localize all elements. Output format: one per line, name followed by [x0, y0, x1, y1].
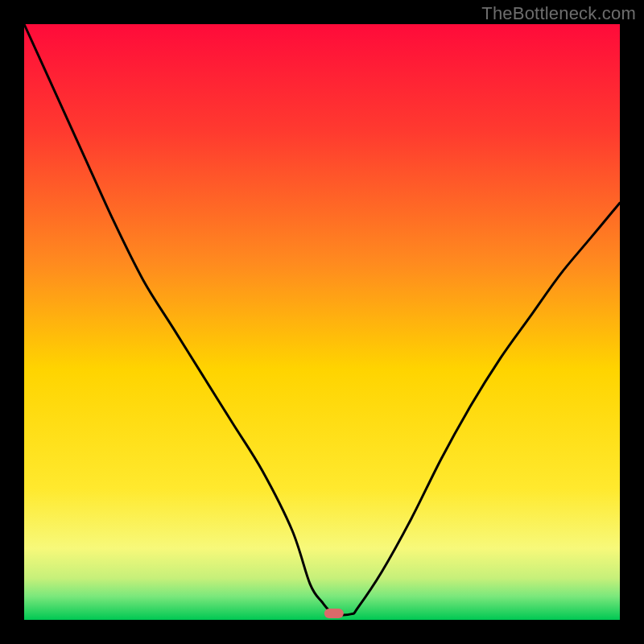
chart-container: TheBottleneck.com [0, 0, 644, 644]
plot-frame-left [0, 0, 24, 644]
watermark-text: TheBottleneck.com [481, 3, 636, 24]
minimum-marker [324, 609, 344, 618]
plot-background [24, 24, 620, 620]
plot-frame-right [620, 0, 644, 644]
plot-frame-bottom [0, 620, 644, 644]
bottleneck-chart [0, 0, 644, 644]
